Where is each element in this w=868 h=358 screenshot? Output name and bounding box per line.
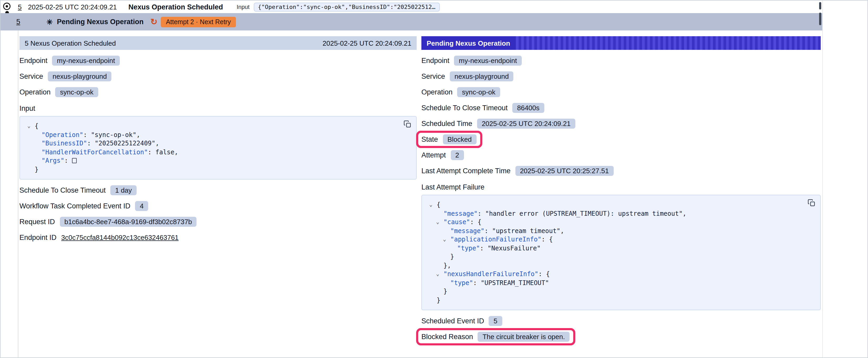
json-token: } [450,253,454,260]
json-token: "type" [457,245,480,252]
json-token: , [560,227,564,234]
json-token: , [175,148,178,156]
field-label: Blocked Reason [422,332,473,340]
nexus-asterisk-icon: ✳ [46,18,53,26]
json-token: : [485,227,492,234]
event-title: Nexus Operation Scheduled [128,3,223,11]
field-value-chip: Blocked [443,134,476,144]
field-endpoint: Endpointmy-nexus-endpoint [20,55,417,66]
timeline-current-event-icon [3,2,11,10]
field: Operationsync-op-ok [20,87,98,97]
field-value-chip: my-nexus-endpoint [52,55,120,65]
input-json-code: ⌄{"Operation": "sync-op-ok","BusinessID"… [26,122,400,174]
json-token: : { [538,270,550,278]
json-token: "handler error (UPSTREAM_TIMEOUT): upstr… [485,210,683,217]
field-workflow-task-completed-event-id: Workflow Task Completed Event ID4 [20,200,417,211]
input-preview-chip: {"Operation":"sync-op-ok","BusinessID":"… [254,2,440,11]
collapse-chevron-icon[interactable]: ⌄ [443,235,446,244]
pending-panel-header: Pending Nexus Operation [422,36,821,50]
json-token: , [683,210,686,217]
field-label: Schedule To Close Timeout [20,186,105,194]
event-id-link[interactable]: 5 [18,3,22,11]
pending-panel-header-title: Pending Nexus Operation [422,36,516,50]
json-token: } [443,288,447,295]
pending-event-title: Pending Nexus Operation [57,18,144,26]
json-token: "Args" [41,157,64,164]
scrollbar-thumb[interactable] [819,2,821,9]
collapse-chevron-icon[interactable]: ⌄ [436,218,439,227]
field-value-chip: 4 [135,201,148,211]
field: Endpoint ID3c0c75ccfa8144b092c13ce632463… [20,233,179,241]
field-value-chip: 2025-02-25 UTC 20:24:09.21 [477,118,575,128]
json-token: "sync-op-ok" [91,131,136,138]
event-id-link[interactable]: 5 [16,18,20,26]
field-value-chip: 5 [489,316,502,326]
field-label: Last Attempt Complete Time [422,167,510,174]
json-token: , [156,140,159,147]
field-schedule-to-close-timeout: Schedule To Close Timeout86400s [422,102,821,113]
field-operation: Operationsync-op-ok [20,86,417,98]
json-token: : [64,157,72,164]
field-label: State [422,135,438,143]
field-value-chip: 2 [451,150,464,160]
collapse-chevron-icon[interactable]: ⌄ [429,200,432,209]
field: Servicenexus-playground [20,71,112,81]
json-token: false [156,148,175,156]
json-token: "message" [450,227,485,234]
field-value-chip: sync-op-ok [457,87,500,97]
field: Attempt2 [422,150,464,160]
code-line: } [428,296,804,304]
field-label: Attempt [422,151,446,159]
field-label: Request ID [20,218,55,225]
json-token: "Operation" [41,131,83,138]
json-token: : { [470,218,481,226]
json-token: "BusinessID" [41,140,87,147]
code-line: ⌄"applicationFailureInfo": { [428,235,804,244]
json-token: } [35,166,38,173]
copy-icon [404,120,411,128]
event-row-pending-nexus-operation[interactable]: 5 ✳ Pending Nexus Operation ↻ Attempt 2 … [1,13,823,30]
field-service: Servicenexus-playground [422,70,821,82]
json-token: "upstream timeout" [492,227,560,234]
field-label: Scheduled Time [422,120,472,127]
scrollbar-track [822,1,823,357]
event-detail-area: 5 Nexus Operation Scheduled 2025-02-25 U… [18,30,823,357]
panel-header-timestamp: 2025-02-25 UTC 20:24:09.21 [322,39,411,47]
code-line: } [26,165,400,174]
json-token: : [480,245,488,252]
code-line: "message": "upstream timeout", [428,227,804,235]
collapse-chevron-icon[interactable]: ⌄ [436,270,439,279]
json-token: "type" [450,279,473,286]
field-value-chip: b1c6a4bc-8ee7-468a-9169-df3b02c8737b [60,217,197,227]
field-schedule-to-close-timeout: Schedule To Close Timeout1 day [20,184,417,196]
collapse-chevron-icon[interactable]: ⌄ [27,122,30,130]
code-line: ⌄{ [428,200,804,209]
annotated-field: StateBlocked [422,134,476,144]
code-line: "message": "handler error (UPSTREAM_TIME… [428,209,804,218]
field: Request IDb1c6a4bc-8ee7-468a-9169-df3b02… [20,217,197,227]
copy-icon [808,199,815,207]
empty-array-icon [72,158,77,163]
field-blocked-reason: Blocked ReasonThe circuit breaker is ope… [422,331,821,342]
field-value-chip: The circuit breaker is open. [478,331,570,341]
field: Servicenexus-playground [422,71,514,81]
event-row-nexus-operation-scheduled[interactable]: 5 2025-02-25 UTC 20:24:09.21 Nexus Opera… [18,1,596,13]
copy-button[interactable] [404,120,411,128]
json-token: "20250225122409" [95,140,155,147]
field-value-link[interactable]: 3c0c75ccfa8144b092c13ce632463761 [61,233,179,241]
field-request-id: Request IDb1c6a4bc-8ee7-468a-9169-df3b02… [20,216,417,227]
json-token: "HandlerWaitForCancellation" [41,148,148,156]
field: Last Attempt Complete Time2025-02-25 UTC… [422,166,614,175]
code-line: ⌄{ [26,122,400,130]
field-endpoint-id: Endpoint ID3c0c75ccfa8144b092c13ce632463… [20,231,417,243]
field: Scheduled Time2025-02-25 UTC 20:24:09.21 [422,118,575,128]
scrollbar-thumb[interactable] [819,12,821,25]
scheduled-event-panel: 5 Nexus Operation Scheduled 2025-02-25 U… [20,36,417,247]
field: Workflow Task Completed Event ID4 [20,201,149,211]
scheduled-panel-header: 5 Nexus Operation Scheduled 2025-02-25 U… [20,36,417,50]
annotated-field: Blocked ReasonThe circuit breaker is ope… [422,331,569,341]
code-line: } [428,253,804,261]
copy-button[interactable] [808,199,815,207]
pending-operation-panel: Pending Nexus Operation Endpointmy-nexus… [422,36,821,347]
code-line: }, [428,261,804,270]
